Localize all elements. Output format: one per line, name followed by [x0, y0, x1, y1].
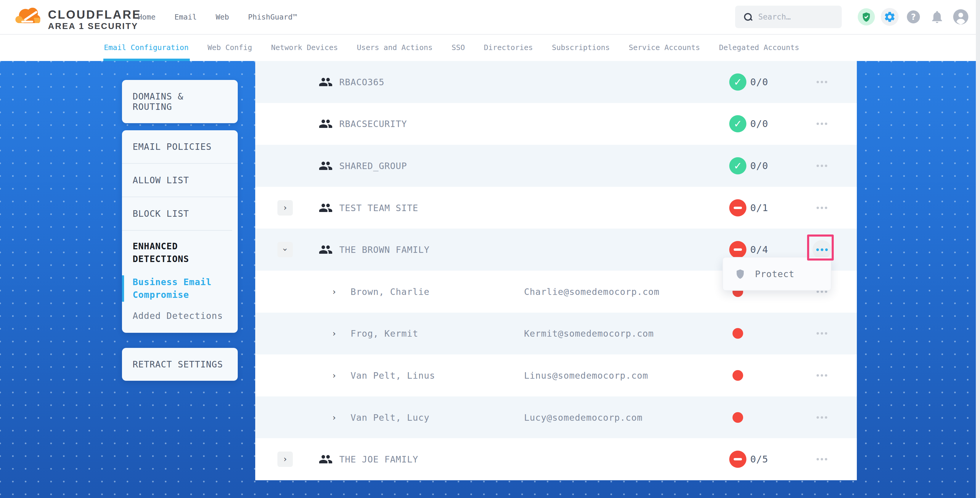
protected-count: 0/4 [750, 244, 768, 255]
protect-menu-item[interactable]: Protect [723, 268, 831, 280]
member-row-frog-kermit[interactable]: ›Frog, KermitKermit@somedemocorp.com [255, 313, 857, 355]
member-name: Van Pelt, Linus [350, 370, 435, 380]
app-window: CLOUDFLARE AREA 1 SECURITY HomeEmailWebP… [0, 0, 980, 498]
nav-item-email[interactable]: Email [174, 13, 197, 21]
protected-count: 0/5 [750, 453, 768, 465]
row-menu-the-joe-family[interactable] [813, 450, 831, 469]
group-name: RBACO365 [339, 77, 385, 87]
status-unprotected-dot [732, 370, 743, 381]
status-unprotected-dot [732, 412, 743, 423]
group-members-icon [318, 201, 333, 215]
settings-tab-bar: Email ConfigurationWeb ConfigNetwork Dev… [0, 34, 980, 61]
sidebar-item-business-email-compromise[interactable]: Business Email Compromise [122, 274, 232, 303]
expand-button-the-joe-family[interactable]: › [277, 452, 293, 467]
shield-icon [735, 268, 746, 280]
row-menu-rbacsecurity[interactable] [813, 114, 831, 133]
menu-dot [825, 81, 827, 83]
menu-dot [825, 374, 827, 377]
tab-network-devices[interactable]: Network Devices [271, 34, 338, 61]
group-row-shared-group[interactable]: SHARED_GROUP✓0/0 [255, 145, 857, 187]
check-icon: ✓ [733, 118, 742, 130]
sidebar-item-domains-routing[interactable]: DOMAINS & ROUTING [122, 80, 238, 123]
group-row-rbaco365[interactable]: RBACO365✓0/0 [255, 61, 857, 103]
sidebar-item-enhanced-detections[interactable]: ENHANCED DETECTIONS [122, 230, 232, 268]
menu-dot [821, 81, 823, 83]
menu-dot [821, 207, 823, 209]
top-header: CLOUDFLARE AREA 1 SECURITY HomeEmailWebP… [0, 0, 980, 35]
row-menu-frog-kermit[interactable] [813, 324, 831, 343]
user-icon[interactable] [953, 9, 969, 25]
expand-button-the-brown-family[interactable]: › [277, 242, 293, 257]
group-name: THE BROWN FAMILY [339, 245, 430, 255]
menu-dot [816, 458, 819, 460]
tab-delegated-accounts[interactable]: Delegated Accounts [719, 34, 799, 61]
menu-dot [825, 123, 827, 125]
status-unprotected-icon [729, 199, 746, 216]
member-caret-icon[interactable]: › [332, 412, 337, 422]
sidebar-item-email-policies[interactable]: EMAIL POLICIES [122, 130, 238, 163]
menu-dot [816, 81, 819, 83]
sidebar-card-1: EMAIL POLICIESALLOW LISTBLOCK LISTENHANC… [122, 130, 238, 333]
menu-dot [821, 458, 823, 460]
group-row-rbacsecurity[interactable]: RBACSECURITY✓0/0 [255, 103, 857, 145]
member-caret-icon[interactable]: › [332, 329, 337, 339]
question-icon[interactable]: ? [907, 10, 920, 23]
cloudflare-logo[interactable]: CLOUDFLARE AREA 1 SECURITY [14, 3, 142, 31]
brand-subtitle: AREA 1 SECURITY [48, 21, 142, 31]
protected-count: 0/0 [750, 76, 768, 88]
cloudflare-cloud-icon [14, 4, 45, 29]
gear-icon[interactable] [881, 8, 899, 26]
minus-icon [733, 248, 742, 251]
group-members-icon [318, 242, 333, 257]
chevron-right-icon: › [283, 204, 288, 212]
protected-count: 0/0 [750, 160, 768, 172]
sidebar-card-2: RETRACT SETTINGS [122, 348, 238, 381]
protect-menu-label: Protect [755, 269, 794, 279]
member-caret-icon[interactable]: › [332, 286, 337, 296]
menu-dot [825, 458, 827, 460]
tab-directories[interactable]: Directories [484, 34, 533, 61]
nav-item-web[interactable]: Web [216, 13, 229, 21]
shield-check-icon[interactable] [858, 8, 875, 25]
member-row-van-pelt-linus[interactable]: ›Van Pelt, LinusLinus@somedemocorp.com [255, 355, 857, 396]
row-context-menu: Protect [722, 257, 831, 291]
menu-dot [816, 165, 819, 167]
menu-dot [825, 332, 827, 334]
sidebar-item-added-detections[interactable]: Added Detections [122, 310, 238, 333]
expand-button-test-team-site[interactable]: › [277, 200, 293, 216]
group-row-test-team-site[interactable]: ›TEST TEAM SITE0/1 [255, 187, 857, 229]
search-input[interactable] [758, 12, 830, 22]
group-members-icon [318, 452, 333, 466]
sidebar-card-0: DOMAINS & ROUTING [122, 80, 238, 123]
tab-subscriptions[interactable]: Subscriptions [552, 34, 610, 61]
search-box[interactable] [735, 6, 842, 28]
group-members-icon [318, 159, 333, 173]
row-menu-van-pelt-lucy[interactable] [813, 408, 831, 427]
member-row-van-pelt-lucy[interactable]: ›Van Pelt, LucyLucy@somedemocorp.com [255, 396, 857, 439]
tab-email-configuration[interactable]: Email Configuration [104, 34, 189, 61]
sidebar-item-allow-list[interactable]: ALLOW LIST [122, 163, 238, 197]
row-menu-rbaco365[interactable] [813, 73, 831, 91]
sidebar-item-retract-settings[interactable]: RETRACT SETTINGS [122, 348, 238, 381]
tab-sso[interactable]: SSO [452, 34, 465, 61]
sidebar-item-block-list[interactable]: BLOCK LIST [122, 197, 238, 230]
member-email: Charlie@somedemocorp.com [524, 286, 659, 297]
group-name: SHARED_GROUP [339, 161, 407, 171]
window-scrollbar[interactable] [976, 0, 980, 498]
nav-item-phishguard[interactable]: PhishGuard™ [248, 13, 297, 21]
group-row-the-joe-family[interactable]: ›THE JOE FAMILY0/5 [255, 438, 857, 480]
nav-item-home[interactable]: Home [138, 13, 156, 21]
row-menu-shared-group[interactable] [813, 156, 831, 175]
tab-web-config[interactable]: Web Config [208, 34, 252, 61]
member-name: Van Pelt, Lucy [350, 412, 430, 423]
member-caret-icon[interactable]: › [332, 371, 337, 380]
protected-count: 0/1 [750, 202, 768, 213]
row-menu-test-team-site[interactable] [813, 198, 831, 217]
menu-dot [816, 123, 819, 125]
tab-users-and-actions[interactable]: Users and Actions [357, 34, 433, 61]
tab-service-accounts[interactable]: Service Accounts [629, 34, 700, 61]
row-menu-van-pelt-linus[interactable] [813, 366, 831, 385]
menu-dot [816, 416, 819, 418]
bell-icon[interactable] [929, 9, 945, 25]
menu-dot [816, 332, 819, 334]
